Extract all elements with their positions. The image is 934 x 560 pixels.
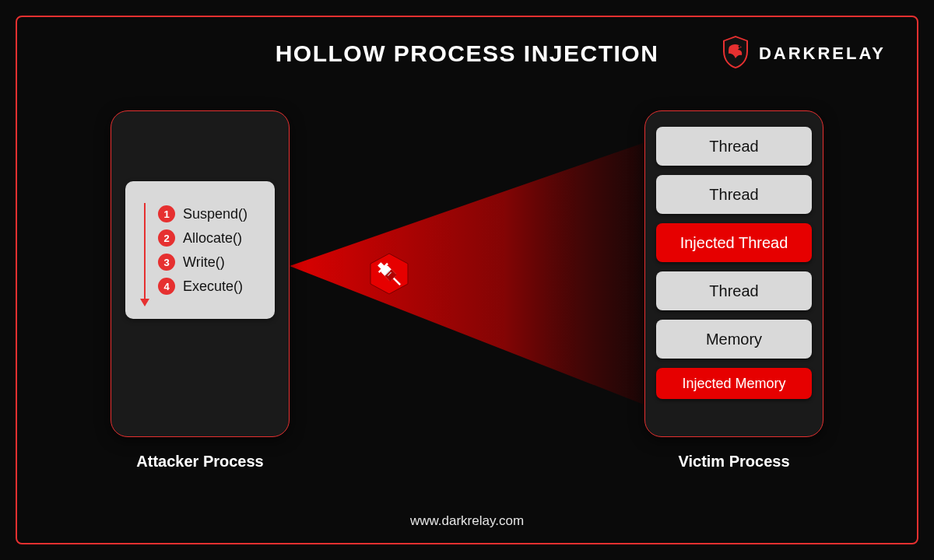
victim-caption: Victim Process: [644, 453, 823, 471]
step-label: Suspend(): [183, 206, 248, 222]
footer-url: www.darkrelay.com: [17, 513, 917, 529]
step-number-badge: 1: [158, 205, 175, 222]
step-label: Allocate(): [183, 230, 242, 247]
diagram-frame: HOLLOW PROCESS INJECTION DARKRELAY: [16, 16, 918, 544]
shield-bird-icon: [720, 34, 751, 73]
svg-marker-1: [290, 142, 648, 406]
injection-beam: [290, 142, 648, 406]
thread-slot: Thread: [656, 271, 812, 310]
attacker-caption: Attacker Process: [111, 453, 290, 471]
step-number-badge: 4: [158, 278, 175, 295]
svg-point-0: [739, 46, 741, 48]
memory-slot: Memory: [656, 320, 812, 359]
step-number-badge: 3: [158, 254, 175, 271]
step-label: Write(): [183, 254, 225, 271]
victim-process-card: Thread Thread Injected Thread Thread Mem…: [644, 110, 823, 437]
step-row: 3 Write(): [158, 254, 264, 271]
sequence-arrow-line: [144, 203, 146, 300]
injected-thread-slot: Injected Thread: [656, 223, 812, 262]
step-row: 4 Execute(): [158, 278, 264, 295]
attacker-steps-panel: 1 Suspend() 2 Allocate() 3 Write() 4 Exe…: [125, 181, 275, 319]
step-label: Execute(): [183, 278, 243, 295]
syringe-hex-icon: [367, 252, 411, 296]
step-number-badge: 2: [158, 229, 175, 247]
thread-slot: Thread: [656, 175, 812, 214]
brand-logo: DARKRELAY: [720, 34, 886, 73]
step-row: 1 Suspend(): [158, 205, 264, 222]
sequence-arrow-head-icon: [140, 299, 149, 306]
attacker-process-card: 1 Suspend() 2 Allocate() 3 Write() 4 Exe…: [111, 110, 290, 437]
victim-slots-panel: Thread Thread Injected Thread Thread Mem…: [656, 127, 812, 421]
injected-memory-slot: Injected Memory: [656, 368, 812, 399]
thread-slot: Thread: [656, 127, 812, 166]
brand-name: DARKRELAY: [759, 44, 886, 64]
step-row: 2 Allocate(): [158, 229, 264, 247]
